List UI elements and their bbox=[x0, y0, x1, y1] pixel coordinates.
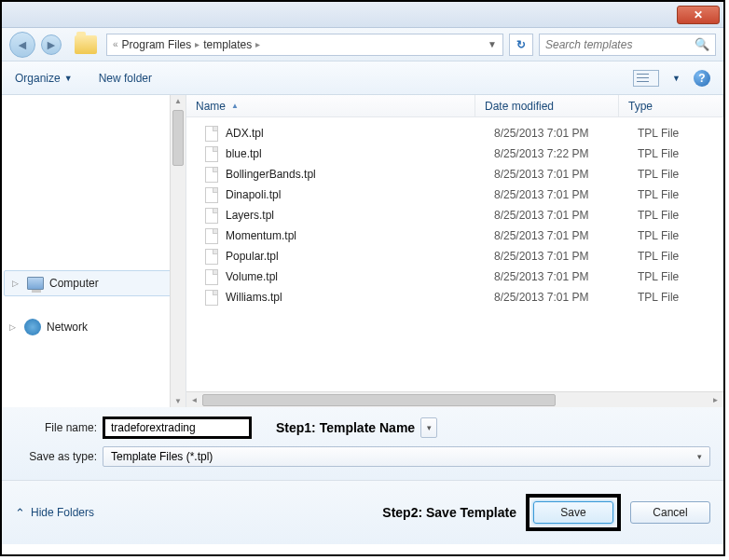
column-header-date[interactable]: Date modified bbox=[475, 95, 619, 116]
expander-icon[interactable]: ▷ bbox=[9, 322, 19, 332]
file-name: blue.tpl bbox=[226, 147, 494, 160]
file-type: TPL File bbox=[638, 127, 723, 140]
hide-folders-button[interactable]: ⌃ Hide Folders bbox=[15, 506, 94, 520]
refresh-icon: ↻ bbox=[516, 38, 526, 51]
close-icon: ✕ bbox=[694, 8, 703, 21]
chevron-down-icon: ▾ bbox=[697, 452, 702, 461]
file-icon bbox=[205, 228, 218, 244]
chevron-left-icon: « bbox=[113, 39, 118, 49]
file-date: 8/25/2013 7:01 PM bbox=[494, 270, 638, 283]
vertical-scrollbar[interactable] bbox=[170, 95, 186, 407]
file-name: Williams.tpl bbox=[226, 291, 494, 304]
back-button[interactable]: ◄ bbox=[9, 32, 35, 58]
file-type: TPL File bbox=[638, 250, 723, 263]
saveas-type-dropdown[interactable]: Template Files (*.tpl) ▾ bbox=[103, 446, 710, 467]
filename-history-dropdown[interactable]: ▾ bbox=[420, 417, 437, 438]
file-row[interactable]: Layers.tpl8/25/2013 7:01 PMTPL File bbox=[186, 205, 723, 225]
file-date: 8/25/2013 7:01 PM bbox=[494, 291, 638, 304]
search-input[interactable] bbox=[545, 38, 695, 51]
tree-item-computer[interactable]: ▷ Computer bbox=[4, 270, 184, 296]
file-type: TPL File bbox=[638, 291, 723, 304]
scroll-right-icon[interactable]: ► bbox=[708, 393, 723, 407]
file-name: BollingerBands.tpl bbox=[226, 168, 494, 181]
tree-label: Network bbox=[47, 321, 88, 334]
file-name: Momentum.tpl bbox=[226, 229, 494, 242]
computer-icon bbox=[27, 277, 44, 290]
file-type: TPL File bbox=[638, 188, 723, 201]
chevron-right-icon: ▸ bbox=[195, 39, 199, 49]
tree-item-network[interactable]: ▷ Network bbox=[2, 313, 186, 341]
refresh-button[interactable]: ↻ bbox=[509, 34, 533, 56]
file-name: Layers.tpl bbox=[226, 209, 494, 222]
file-row[interactable]: Momentum.tpl8/25/2013 7:01 PMTPL File bbox=[186, 225, 723, 246]
body-area: ▷ Computer ▷ Network Name ▲ bbox=[2, 95, 723, 407]
chevron-up-icon: ⌃ bbox=[15, 506, 25, 520]
toolbar: Organize ▼ New folder ▼ ? bbox=[2, 61, 723, 95]
column-header-name[interactable]: Name ▲ bbox=[186, 95, 475, 116]
path-segment[interactable]: templates bbox=[203, 38, 252, 51]
file-row[interactable]: ADX.tpl8/25/2013 7:01 PMTPL File bbox=[186, 123, 723, 143]
save-button[interactable]: Save bbox=[533, 501, 613, 524]
form-area: File name: Step1: Template Name ▾ Save a… bbox=[2, 407, 723, 480]
file-row[interactable]: blue.tpl8/25/2013 7:22 PMTPL File bbox=[186, 143, 723, 164]
search-icon: 🔍 bbox=[695, 37, 709, 51]
file-type: TPL File bbox=[638, 168, 723, 181]
annotation-step1: Step1: Template Name bbox=[276, 420, 415, 435]
address-bar[interactable]: « Program Files ▸ templates ▸ ▼ bbox=[106, 34, 503, 56]
scrollbar-thumb[interactable] bbox=[202, 394, 556, 406]
scroll-left-icon[interactable]: ◄ bbox=[186, 393, 202, 407]
file-date: 8/25/2013 7:01 PM bbox=[494, 209, 638, 222]
path-segment[interactable]: Program Files bbox=[122, 38, 192, 51]
file-name: ADX.tpl bbox=[226, 127, 494, 140]
view-options-button[interactable] bbox=[633, 70, 659, 87]
file-icon bbox=[205, 167, 218, 183]
titlebar: ✕ bbox=[2, 2, 723, 28]
navigation-bar: ◄ ► « Program Files ▸ templates ▸ ▼ ↻ 🔍 bbox=[2, 28, 723, 61]
file-icon bbox=[205, 126, 218, 142]
file-icon bbox=[205, 146, 218, 162]
folder-icon bbox=[75, 35, 97, 54]
navigation-tree: ▷ Computer ▷ Network bbox=[2, 95, 186, 407]
annotation-step2: Step2: Save Template bbox=[382, 505, 516, 520]
help-icon: ? bbox=[698, 72, 705, 85]
new-folder-label: New folder bbox=[99, 72, 152, 85]
file-row[interactable]: Dinapoli.tpl8/25/2013 7:01 PMTPL File bbox=[186, 184, 723, 205]
network-icon bbox=[24, 319, 41, 335]
expander-icon[interactable]: ▷ bbox=[12, 279, 21, 288]
file-icon bbox=[205, 208, 218, 224]
new-folder-button[interactable]: New folder bbox=[99, 72, 152, 85]
file-list-pane: Name ▲ Date modified Type ADX.tpl8/25/20… bbox=[186, 95, 723, 407]
chevron-right-icon: ▸ bbox=[255, 39, 260, 49]
arrow-left-icon: ◄ bbox=[16, 37, 29, 52]
file-type: TPL File bbox=[638, 209, 723, 222]
filename-input[interactable] bbox=[103, 417, 252, 439]
organize-button[interactable]: Organize ▼ bbox=[15, 72, 73, 85]
filename-label: File name: bbox=[15, 421, 97, 434]
cancel-button[interactable]: Cancel bbox=[630, 501, 710, 524]
horizontal-scrollbar[interactable]: ◄ ► bbox=[186, 391, 723, 407]
tree-label: Computer bbox=[49, 277, 99, 290]
arrow-right-icon: ► bbox=[45, 37, 58, 52]
file-row[interactable]: Volume.tpl8/25/2013 7:01 PMTPL File bbox=[186, 266, 723, 287]
button-bar: ⌃ Hide Folders Step2: Save Template Save… bbox=[2, 480, 723, 544]
organize-label: Organize bbox=[15, 72, 61, 85]
search-box[interactable]: 🔍 bbox=[539, 34, 716, 56]
file-icon bbox=[205, 249, 218, 265]
column-header-type[interactable]: Type bbox=[619, 95, 723, 116]
file-row[interactable]: Popular.tpl8/25/2013 7:01 PMTPL File bbox=[186, 246, 723, 266]
file-row[interactable]: Williams.tpl8/25/2013 7:01 PMTPL File bbox=[186, 287, 723, 307]
forward-button[interactable]: ► bbox=[41, 34, 62, 55]
saveas-label: Save as type: bbox=[15, 450, 97, 463]
chevron-down-icon[interactable]: ▼ bbox=[488, 39, 497, 49]
chevron-down-icon[interactable]: ▼ bbox=[672, 74, 681, 83]
file-date: 8/25/2013 7:01 PM bbox=[494, 127, 638, 140]
file-rows: ADX.tpl8/25/2013 7:01 PMTPL Fileblue.tpl… bbox=[186, 117, 723, 307]
file-date: 8/25/2013 7:01 PM bbox=[494, 168, 638, 181]
file-date: 8/25/2013 7:22 PM bbox=[494, 147, 638, 160]
help-button[interactable]: ? bbox=[694, 70, 710, 87]
file-row[interactable]: BollingerBands.tpl8/25/2013 7:01 PMTPL F… bbox=[186, 164, 723, 184]
close-button[interactable]: ✕ bbox=[677, 6, 720, 24]
file-date: 8/25/2013 7:01 PM bbox=[494, 188, 638, 201]
scrollbar-thumb[interactable] bbox=[172, 110, 184, 166]
chevron-down-icon: ▼ bbox=[64, 74, 73, 83]
